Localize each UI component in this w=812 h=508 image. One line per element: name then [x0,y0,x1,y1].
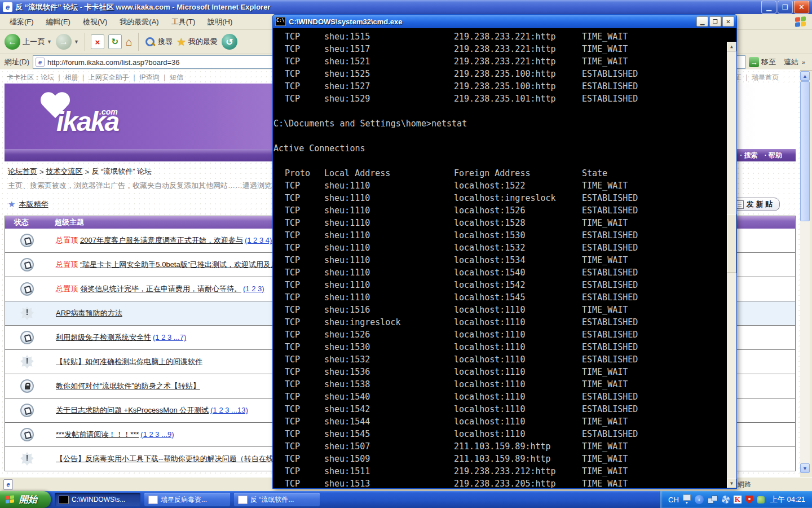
menu-help[interactable]: 說明(H) [201,15,239,29]
rising-pinwheel-icon[interactable] [722,496,730,503]
topic-link[interactable]: 领奖信息统计完毕，正在申请费用，请耐心等待。 [80,284,241,293]
netstat-row: TCPsheu:1530localhost:1110ESTABLISHED [273,341,727,353]
back-button[interactable]: ← 上一頁 ▼ [5,34,52,50]
ie-vertical-scrollbar[interactable]: ▲ ▼ [800,71,810,473]
language-indicator[interactable]: CH [668,496,679,504]
breadcrumb-home[interactable]: 论坛首页 [8,167,37,177]
topic-status-icon [20,258,34,271]
site-nav-right-links[interactable]: 行证 ｜ 瑞星首页 [728,73,793,82]
stop-button[interactable]: × [91,34,104,49]
site-nav-links[interactable]: 卡卡社区：论坛 ｜ 相册 ｜ 上网安全助手 ｜ IP查询 ｜ 短信 [7,73,183,82]
netstat-row: TCPsheu:1529219.238.235.101:httpESTABLIS… [273,93,727,105]
menu-edit[interactable]: 編輯(E) [40,15,77,29]
cmd-scroll-down-icon[interactable]: ▼ [727,479,736,488]
cmd-restore-button[interactable] [709,16,721,27]
task-label: 瑞星反病毒资... [161,495,207,505]
topic-status-cell [5,404,49,417]
cmd-minimize-button[interactable] [696,16,708,27]
favorites-label: 我的最愛 [188,37,218,47]
toolbar-separator [85,33,85,51]
topic-page-links[interactable]: (1 2 3 4) [245,236,272,244]
netstat-row: TCPsheu:1110localhost:1540ESTABLISHED [273,266,727,279]
address-label: 網址(D) [5,57,29,67]
ie-titlebar[interactable]: e 反 “流氓软件” 论坛 - 卡卡社区 www.ikaka.com - Mic… [0,0,812,14]
topic-link[interactable]: 关于日志求助的问题 +KsProcessMon 公开测试 [56,406,209,414]
forward-dropdown-icon[interactable]: ▼ [74,39,79,45]
topic-page-links[interactable]: (1 2 3 ...9) [140,430,174,439]
essence-link[interactable]: 本版精华 [19,199,48,209]
hide-tray-icons-chevron[interactable]: ‹ [695,495,704,504]
ie-close-button[interactable] [794,1,809,14]
topic-link[interactable]: 2007年度客户服务满意度调查正式开始，欢迎参与 [80,236,243,244]
topic-link[interactable]: ***发帖前请阅读！！！*** [56,430,139,439]
netstat-row: TCPsheu:1516localhost:1110TIME_WAIT [273,304,727,316]
home-button[interactable]: ⌂ [126,36,133,49]
history-button[interactable]: ↺ [222,34,237,50]
topic-status-icon [20,331,34,344]
start-button[interactable]: 開始 [0,491,51,508]
network-icon[interactable] [708,496,718,503]
links-button[interactable]: 連結 [784,57,798,67]
go-button[interactable]: → 移至 [749,57,776,67]
scrollbar-thumb[interactable] [800,81,810,221]
topic-link[interactable]: 教你如何对付“流氓软件”的防身之术【转贴】 [56,382,200,390]
green-tray-icon[interactable] [757,496,765,503]
topic-link[interactable]: 【公告】反病毒实用小工具下载--帮助你更快的解决问题（转自在线技术支持 [56,454,303,463]
cmd-console[interactable]: TCPsheu:1515219.238.233.221:httpTIME_WAI… [273,28,736,488]
ie-minimize-button[interactable] [761,1,776,14]
search-button[interactable]: 搜尋 [144,36,173,47]
back-dropdown-icon[interactable]: ▼ [47,39,52,45]
ie-restore-button[interactable] [778,1,793,14]
antivirus-shield-icon[interactable] [745,496,753,504]
cmd-titlebar[interactable]: C:\ C:\WINDOWS\system32\cmd.exe [273,15,736,28]
refresh-button[interactable]: ↻ [108,34,122,49]
cmd-scrollbar-thumb[interactable] [727,214,736,273]
menu-file[interactable]: 檔案(F) [3,15,40,29]
netstat-row: TCPsheu:1536localhost:1110TIME_WAIT [273,366,727,378]
forward-icon: → [56,34,72,50]
taskbar-task-button[interactable]: 反 “流氓软件... [234,493,320,506]
cmd-vertical-scrollbar[interactable]: ▲ ▼ [727,42,736,488]
netstat-column-header: ProtoLocal AddressForeign AddressState [273,167,727,179]
topic-page-links[interactable]: (1 2 3 ...7) [153,333,186,341]
go-arrow-icon: → [749,57,759,67]
cmd-window: C:\ C:\WINDOWS\system32\cmd.exe TCPsheu:… [272,14,737,489]
taskbar-task-button[interactable]: C:\WINDOWS\s... [55,493,140,506]
task-app-icon [238,496,248,504]
topic-status-cell [5,452,49,466]
breadcrumb-section[interactable]: 技术交流区 [46,167,83,177]
topic-page-links[interactable]: (1 2 3 ...13) [210,406,248,414]
topic-link[interactable]: “瑞星卡卡上网安全助手5.0beta版”已推出测试，欢迎试用及反馈 [80,260,285,269]
topic-link[interactable]: 【转贴】如何准确检测出你电脑上的间谍软件 [56,357,202,366]
menu-favorites[interactable]: 我的最愛(A) [113,15,165,29]
search-label: 搜尋 [158,37,173,47]
topic-status-cell [5,234,49,247]
topic-page-links[interactable]: (1 2 3) [243,284,264,293]
language-bar-icon[interactable]: ▾ [683,494,691,505]
cmd-icon: C:\ [275,17,286,26]
forward-button[interactable]: → ▼ [56,34,79,50]
topic-link[interactable]: 利用超级兔子检测系统安全性 [56,333,151,341]
netstat-row: TCPsheu:1110localhost:1545ESTABLISHED [273,291,727,304]
toolbar-separator [138,33,139,51]
cmd-scroll-up-icon[interactable]: ▲ [727,42,736,51]
system-tray: CH ▾ ‹ K 上午 04:21 [660,491,812,508]
kaspersky-icon[interactable]: K [734,496,742,503]
search-help-links[interactable]: · 搜索 · 帮助 [740,151,796,160]
back-icon: ← [5,34,20,50]
netstat-row: TCPsheu:1526localhost:1110ESTABLISHED [273,329,727,341]
cmd-close-button[interactable] [722,16,734,27]
topic-status-cell [5,282,49,296]
netstat-row: TCPsheu:1521219.238.233.221:httpTIME_WAI… [273,55,727,68]
scroll-up-icon[interactable]: ▲ [800,71,810,81]
favorites-button[interactable]: ★ 我的最愛 [176,36,218,49]
links-chevron-icon[interactable]: » [802,59,805,65]
scroll-down-icon[interactable]: ▼ [800,463,810,473]
taskbar-task-button[interactable]: 瑞星反病毒资... [144,493,230,506]
menu-tools[interactable]: 工具(T) [165,15,202,29]
ie-window-title: 反 “流氓软件” 论坛 - 卡卡社区 www.ikaka.com - Micro… [15,2,761,12]
netstat-row: TCPsheu:1525219.238.235.100:httpESTABLIS… [273,68,727,80]
taskbar-clock[interactable]: 上午 04:21 [770,494,805,505]
topic-link[interactable]: ARP病毒预防的方法 [56,309,122,317]
menu-view[interactable]: 檢視(V) [77,15,113,29]
